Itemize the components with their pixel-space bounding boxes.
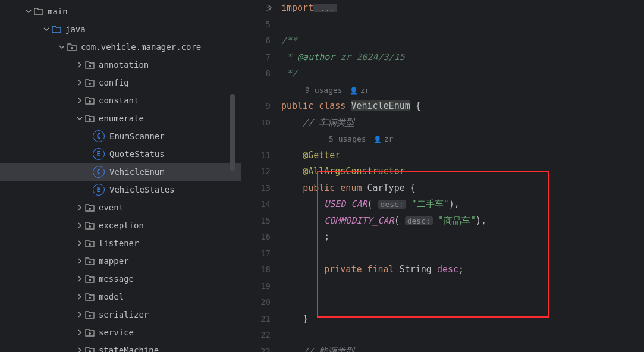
package-icon	[84, 113, 95, 124]
code-line[interactable]	[281, 278, 644, 295]
package-icon	[67, 42, 77, 52]
code-line[interactable]	[281, 246, 644, 262]
chevron-right-icon[interactable]	[75, 62, 84, 68]
tree-item-java[interactable]: java	[0, 20, 241, 38]
project-tree: main java com.vehicle.manager.core annot…	[0, 0, 241, 352]
svg-point-6	[89, 225, 91, 228]
svg-point-11	[89, 315, 91, 317]
code-line[interactable]: @AllArgsConstructor	[281, 164, 644, 180]
tree-scrollbar[interactable]	[230, 94, 235, 171]
tree-label: main	[48, 7, 68, 16]
chevron-right-icon[interactable]	[75, 329, 84, 335]
user-icon: 👤	[373, 136, 382, 143]
code-line[interactable]: /**	[281, 33, 644, 49]
tree-item-event[interactable]: event	[0, 199, 241, 216]
tree-item-mapper[interactable]: mapper	[0, 252, 241, 270]
tree-label: config	[99, 78, 129, 87]
code-line[interactable]: public enum CarType {	[281, 180, 644, 197]
code-line[interactable]	[281, 17, 644, 33]
code-editor[interactable]: 3 5 6 7 8 9 10 11 12 13 14 15 16 17 18 1…	[241, 0, 644, 352]
tree-item-model[interactable]: model	[0, 288, 241, 306]
line-number: 6	[241, 33, 271, 49]
svg-point-1	[89, 65, 91, 67]
package-icon	[84, 59, 95, 70]
class-icon: C	[93, 130, 105, 142]
code-area[interactable]: import ... /** * @author zr 2024/3/15 */…	[281, 0, 644, 352]
code-line[interactable]: COMMODITY_CAR( desc: "商品车"),	[281, 213, 644, 230]
chevron-right-icon[interactable]	[75, 222, 84, 228]
chevron-down-icon[interactable]	[57, 44, 67, 50]
tree-item-annotation[interactable]: annotation	[0, 56, 241, 74]
code-line[interactable]	[281, 327, 644, 344]
usages-hint[interactable]: 5 usages👤zr	[281, 131, 644, 147]
line-number: 11	[241, 147, 271, 164]
tree-label: enumerate	[99, 114, 144, 123]
package-icon	[84, 345, 95, 352]
folder-icon	[33, 6, 44, 17]
tree-item-quotestatus[interactable]: E QuoteStatus	[0, 145, 241, 163]
code-line[interactable]: private final String desc;	[281, 262, 644, 278]
tree-item-vehiclestates[interactable]: E VehicleStates	[0, 181, 241, 199]
tree-item-package[interactable]: com.vehicle.manager.core	[0, 38, 241, 56]
code-line[interactable]: // 能源类型	[281, 344, 644, 353]
svg-point-7	[89, 243, 91, 246]
package-icon	[84, 274, 95, 284]
package-icon	[84, 291, 95, 302]
tree-item-listener[interactable]: listener	[0, 234, 241, 252]
package-icon	[84, 327, 95, 338]
line-number: 20	[241, 294, 271, 311]
code-line[interactable]: USED_CAR( desc: "二手车"),	[281, 196, 644, 213]
user-icon: 👤	[350, 87, 358, 95]
chevron-right-icon[interactable]	[75, 312, 84, 318]
code-line[interactable]: public class VehicleEnum {	[281, 98, 644, 115]
tree-item-config[interactable]: config	[0, 74, 241, 92]
chevron-right-icon[interactable]	[75, 258, 84, 264]
chevron-right-icon[interactable]	[75, 347, 84, 352]
chevron-down-icon[interactable]	[24, 8, 33, 14]
chevron-down-icon[interactable]	[75, 115, 84, 121]
line-number: 22	[241, 327, 271, 344]
tree-label: constant	[99, 96, 139, 105]
svg-point-10	[89, 297, 91, 299]
line-number: 13	[241, 180, 271, 197]
chevron-right-icon[interactable]	[75, 294, 84, 300]
tree-label: event	[99, 203, 124, 212]
tree-item-serializer[interactable]: serializer	[0, 306, 241, 323]
chevron-right-icon[interactable]	[75, 205, 84, 210]
code-line[interactable]: * @author zr 2024/3/15	[281, 49, 644, 66]
tree-item-exception[interactable]: exception	[0, 216, 241, 234]
chevron-right-icon[interactable]	[75, 276, 84, 282]
tree-item-enumerate[interactable]: enumerate	[0, 109, 241, 127]
tree-label: VehicleStates	[109, 185, 175, 194]
tree-item-message[interactable]: message	[0, 270, 241, 288]
source-folder-icon	[51, 24, 62, 34]
code-line[interactable]: import ...	[281, 0, 644, 17]
tree-item-service[interactable]: service	[0, 323, 241, 341]
chevron-down-icon[interactable]	[42, 26, 51, 32]
code-line[interactable]	[281, 294, 644, 311]
svg-point-0	[71, 47, 73, 49]
code-line[interactable]: // 车辆类型	[281, 115, 644, 131]
package-icon	[84, 256, 95, 266]
tree-label: serializer	[99, 310, 149, 319]
svg-point-2	[89, 83, 91, 85]
tree-label: EnumScanner	[109, 131, 165, 141]
tree-item-constant[interactable]: constant	[0, 92, 241, 109]
code-line[interactable]: @Getter	[281, 147, 644, 164]
package-icon	[84, 95, 95, 106]
chevron-right-icon[interactable]	[75, 80, 84, 86]
tree-item-vehicleenum[interactable]: C VehicleEnum	[0, 163, 241, 181]
code-line[interactable]: }	[281, 311, 644, 328]
chevron-right-icon[interactable]	[75, 98, 84, 103]
tree-item-enumscanner[interactable]: C EnumScanner	[0, 127, 241, 145]
gutter: 3 5 6 7 8 9 10 11 12 13 14 15 16 17 18 1…	[241, 0, 281, 352]
tree-item-main[interactable]: main	[0, 2, 241, 20]
code-line[interactable]: */	[281, 65, 644, 82]
fold-toggle[interactable]: 3	[241, 0, 271, 17]
code-line[interactable]: ;	[281, 229, 644, 246]
usages-hint[interactable]: 9 usages👤zr	[281, 82, 644, 99]
line-number: 17	[241, 246, 271, 262]
tree-item-statemachine[interactable]: stateMachine	[0, 341, 241, 352]
chevron-right-icon[interactable]	[75, 240, 84, 246]
line-number: 21	[241, 311, 271, 328]
